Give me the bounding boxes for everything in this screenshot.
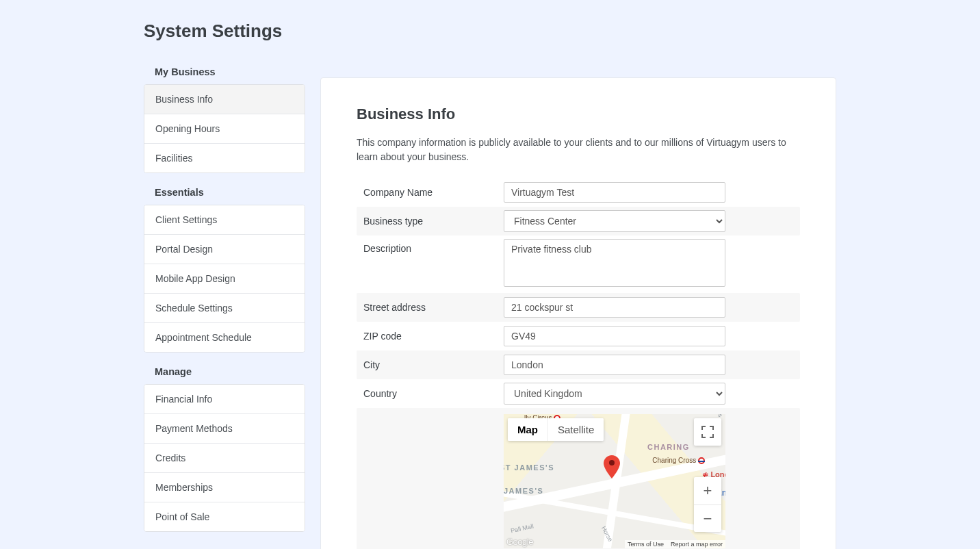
input-zip[interactable] — [504, 326, 725, 346]
map-zoom-out-button[interactable]: − — [694, 505, 721, 532]
card-description: This company information is publicly ava… — [357, 136, 800, 164]
map-google-logo: Google — [504, 535, 536, 548]
sidebar-group-manage: Financial Info Payment Methods Credits M… — [144, 384, 305, 532]
sidebar-group-essentials: Client Settings Portal Design Mobile App… — [144, 205, 305, 353]
sidebar-item-memberships[interactable]: Memberships — [144, 473, 305, 502]
fullscreen-icon — [701, 426, 714, 438]
sidebar: My Business Business Info Opening Hours … — [144, 58, 305, 537]
sidebar-item-client-settings[interactable]: Client Settings — [144, 205, 305, 235]
label-zip: ZIP code — [357, 331, 504, 342]
label-city: City — [357, 359, 504, 370]
map-zoom-controls: + − — [694, 477, 721, 532]
textarea-description[interactable]: Private fitness club — [504, 239, 725, 287]
map-area-james: JAMES'S — [504, 487, 543, 495]
page-title: System Settings — [144, 21, 836, 42]
label-business-type: Business type — [357, 216, 504, 227]
input-city[interactable] — [504, 355, 725, 375]
sidebar-item-schedule-settings[interactable]: Schedule Settings — [144, 294, 305, 323]
select-business-type[interactable]: Fitness Center — [504, 210, 725, 232]
sidebar-item-credits[interactable]: Credits — [144, 444, 305, 473]
sidebar-header-manage: Manage — [144, 358, 305, 384]
svg-point-0 — [609, 460, 615, 465]
label-country: Country — [357, 388, 504, 399]
sidebar-item-payment-methods[interactable]: Payment Methods — [144, 414, 305, 444]
main-card: Business Info This company information i… — [320, 77, 836, 549]
map-poi-charing-cross: Charing Cross — [652, 457, 705, 464]
tube-icon — [698, 457, 705, 464]
sidebar-item-opening-hours[interactable]: Opening Hours — [144, 114, 305, 144]
map-report-link[interactable]: Report a map error — [671, 541, 723, 548]
sidebar-item-financial-info[interactable]: Financial Info — [144, 385, 305, 414]
input-street-address[interactable] — [504, 297, 725, 318]
map[interactable]: CHARING ST JAMES'S JAMES'S Chandos Pall … — [504, 414, 725, 548]
sidebar-group-my-business: Business Info Opening Hours Facilities — [144, 84, 305, 173]
card-title: Business Info — [357, 105, 800, 123]
map-tab-map[interactable]: Map — [508, 418, 547, 441]
label-street-address: Street address — [357, 302, 504, 313]
sidebar-header-essentials: Essentials — [144, 179, 305, 205]
map-tab-satellite[interactable]: Satellite — [547, 418, 604, 441]
sidebar-item-portal-design[interactable]: Portal Design — [144, 235, 305, 264]
map-fullscreen-button[interactable] — [694, 418, 721, 446]
sidebar-item-point-of-sale[interactable]: Point of Sale — [144, 502, 305, 531]
select-country[interactable]: United Kingdom — [504, 383, 725, 405]
sidebar-item-mobile-app-design[interactable]: Mobile App Design — [144, 264, 305, 294]
sidebar-item-appointment-schedule[interactable]: Appointment Schedule — [144, 323, 305, 352]
sidebar-item-business-info[interactable]: Business Info — [144, 85, 305, 114]
map-zoom-in-button[interactable]: + — [694, 477, 721, 505]
map-area-charing: CHARING — [647, 443, 690, 451]
input-company-name[interactable] — [504, 182, 725, 203]
map-terms-link[interactable]: Terms of Use — [628, 541, 664, 548]
label-company-name: Company Name — [357, 187, 504, 198]
map-area-st-james: ST JAMES'S — [504, 463, 554, 472]
sidebar-header-my-business: My Business — [144, 58, 305, 84]
map-pin-icon — [604, 455, 620, 478]
map-type-switcher: Map Satellite — [508, 418, 604, 441]
sidebar-item-facilities[interactable]: Facilities — [144, 144, 305, 173]
label-description: Description — [357, 235, 504, 254]
